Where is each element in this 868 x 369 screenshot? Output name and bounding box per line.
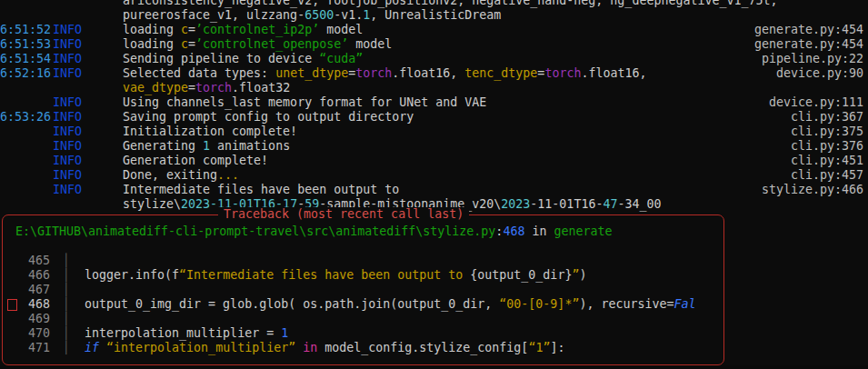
log-row: INFOGeneration complete!cli.py:451 <box>0 154 868 168</box>
log-time <box>0 125 51 139</box>
text-segment: : <box>495 224 503 239</box>
text-segment: “1” <box>528 341 550 354</box>
line-number: 465 <box>26 254 50 268</box>
code-text: interpolation_multiplier = 1 <box>85 326 288 341</box>
log-row: 16:51:54INFOSending pipeline to device “… <box>0 52 868 66</box>
text-segment: Selected data types: <box>123 66 275 80</box>
text-segment: torch <box>355 66 392 80</box>
log-message: ariconsistency_negative_v2, footjob_posi… <box>123 0 778 8</box>
text-segment: “interpolation_multiplier” <box>106 341 295 354</box>
log-level: INFO <box>51 154 123 168</box>
text-segment: Done, exiting <box>123 168 217 182</box>
text-segment: if <box>85 341 106 354</box>
log-source-ref: cli.py:367 <box>791 110 863 125</box>
text-segment: pureerosface_v1, ulzzang- <box>123 8 304 22</box>
text-segment: output_0_img_dir = glob.glob( os.path.jo… <box>85 297 499 311</box>
line-number: 466 <box>26 268 50 283</box>
column-separator: │ <box>50 341 70 355</box>
text-segment: 1 <box>203 139 210 153</box>
log-row: vae_dtype=torch.float32 <box>0 81 868 95</box>
error-marker-cell <box>3 283 26 297</box>
code-line: 465│ <box>3 254 723 268</box>
log-level: INFO <box>51 23 123 37</box>
text-segment: loading <box>123 37 181 51</box>
text-segment: .float16, <box>581 66 646 80</box>
log-source-ref: cli.py:451 <box>791 154 863 168</box>
log-time <box>0 8 51 23</box>
text-segment: “cuda” <box>319 52 363 65</box>
text-segment: ), recursive= <box>579 297 673 311</box>
code-line: 468│output_0_img_dir = glob.glob( os.pat… <box>3 297 723 312</box>
log-row: 16:51:53INFOloading c=’controlnet_openpo… <box>0 37 868 52</box>
traceback-panel: Traceback (most recent call last) E:\GIT… <box>2 214 724 365</box>
line-number: 468 <box>26 297 50 312</box>
log-source-ref: stylize.py:466 <box>762 183 863 197</box>
text-segment: tenc_dtype <box>464 66 537 80</box>
text-segment: Fal <box>673 297 695 311</box>
log-area: ariconsistency_negative_v2, footjob_posi… <box>0 0 868 212</box>
log-time: 16:53:26 <box>0 110 51 125</box>
log-row: INFOUsing channels_last memory format fo… <box>0 95 868 110</box>
error-marker-cell <box>3 326 26 341</box>
text-segment: in <box>303 341 317 354</box>
text-segment: = <box>348 66 355 80</box>
log-message: Saving prompt config to output directory <box>123 110 414 125</box>
log-message: pureerosface_v1, ulzzang-6500-v1.1, Unre… <box>123 8 501 23</box>
log-level: INFO <box>51 52 123 66</box>
code-line: 470│interpolation_multiplier = 1 <box>3 326 723 341</box>
column-separator: │ <box>50 254 70 268</box>
log-message: Intermediate files have been output to <box>123 183 399 197</box>
log-level <box>51 197 123 212</box>
log-time: 16:51:52 <box>0 23 51 37</box>
log-message: vae_dtype=torch.float32 <box>123 81 290 95</box>
text-segment: ]: <box>550 341 564 354</box>
code-text: logger.info(f“Intermediate files have be… <box>85 268 586 283</box>
log-message: Using channels_last memory format for UN… <box>123 95 486 110</box>
traceback-title: Traceback (most recent call last) <box>218 207 469 222</box>
line-number: 469 <box>26 312 50 326</box>
log-level <box>51 8 123 23</box>
text-segment: torch <box>544 66 581 80</box>
log-message: Done, exiting... <box>123 168 239 183</box>
log-level: INFO <box>51 110 123 125</box>
code-line: 467│ <box>3 283 723 297</box>
text-segment: -11-01T16- <box>530 197 603 211</box>
log-source-ref: cli.py:375 <box>791 125 863 139</box>
text-segment: = <box>188 81 195 95</box>
log-row: INFODone, exiting...cli.py:457 <box>0 168 868 183</box>
text-segment: Using channels_last memory format for UN… <box>123 95 486 109</box>
text-segment: = <box>188 23 195 36</box>
log-time: 16:51:53 <box>0 37 51 52</box>
log-message: Initialization complete! <box>123 125 297 139</box>
background-gap <box>0 365 868 369</box>
log-row: 16:51:52INFOloading c=’controlnet_ip2p’ … <box>0 23 868 37</box>
code-lines: 465│466│logger.info(f“Intermediate files… <box>3 254 723 355</box>
text-segment: vae_dtype <box>123 81 188 95</box>
column-separator: │ <box>50 283 70 297</box>
line-number: 470 <box>26 326 50 341</box>
log-source-ref: generate.py:454 <box>754 23 863 37</box>
log-row: INFOGenerating 1 animationscli.py:376 <box>0 139 868 154</box>
text-segment: Generation complete! <box>123 154 268 167</box>
log-message: Selected data types: unet_dtype=torch.fl… <box>123 66 646 81</box>
line-number: 471 <box>26 341 50 355</box>
column-separator: │ <box>50 297 70 312</box>
log-source-ref: device.py:90 <box>776 66 863 81</box>
log-level: INFO <box>51 125 123 139</box>
text-segment: logger.info(f <box>85 268 179 282</box>
text-segment: “Intermediate files have been output to <box>179 268 470 282</box>
log-row: INFOIntermediate files have been output … <box>0 183 868 197</box>
text-segment: {output_0_dir} <box>470 268 572 282</box>
column-separator: │ <box>50 326 70 341</box>
log-source-ref: generate.py:454 <box>754 37 863 52</box>
log-row: INFOInitialization complete!cli.py:375 <box>0 125 868 139</box>
text-segment: interpolation_multiplier = <box>85 326 281 340</box>
log-time <box>0 0 51 8</box>
log-time <box>0 197 51 212</box>
traceback-panel-box: E:\GITHUB\animatediff-cli-prompt-travel\… <box>2 214 724 365</box>
log-level: INFO <box>51 168 123 183</box>
error-marker-icon <box>7 299 17 311</box>
text-segment: .float16, <box>392 66 464 80</box>
log-time <box>0 168 51 183</box>
terminal-window[interactable]: ariconsistency_negative_v2, footjob_posi… <box>0 0 868 369</box>
